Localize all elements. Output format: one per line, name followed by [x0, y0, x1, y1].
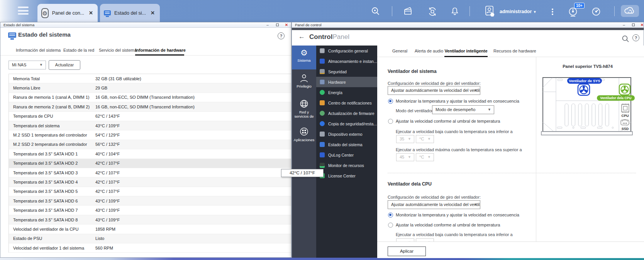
- table-row[interactable]: Temperatura del 3.5" SATA HDD 843°C / 10…: [9, 215, 291, 225]
- window-titlebar[interactable]: Estado del sistema: [0, 22, 291, 28]
- section-title-cpu-fan: Ventilador dela CPU: [388, 181, 432, 187]
- header-divider: [292, 28, 644, 30]
- background-tasks-icon[interactable]: [403, 6, 414, 16]
- tab-network-status[interactable]: Estado de la red: [63, 46, 94, 56]
- sidebar-category-aplicaciones[interactable]: Aplicaciones: [292, 124, 316, 148]
- table-row[interactable]: M.2 SSD 2 temperatura del controlador56°…: [9, 140, 291, 149]
- tab-general[interactable]: General: [392, 46, 407, 57]
- table-row[interactable]: Temperatura del 3.5" SATA HDD 643°C / 10…: [9, 196, 291, 206]
- menu-item-energia[interactable]: Energía: [316, 87, 377, 98]
- search-icon[interactable]: [370, 6, 381, 16]
- taskbar-tab-control-panel[interactable]: ⚙ Panel de con... ✕: [37, 4, 98, 22]
- sys-fan-performance-dropdown[interactable]: Modo de desempeño▼: [432, 105, 494, 114]
- menu-item-firmware[interactable]: Actualización de firmware: [316, 108, 377, 118]
- table-row[interactable]: Velocidad del ventilador de la CPU1858 R…: [9, 225, 291, 234]
- tab-hardware-information[interactable]: Información de hardware: [135, 46, 184, 56]
- external-device-sync-icon[interactable]: [427, 6, 438, 17]
- table-row[interactable]: Velocidad del ventilador 1 del sistema56…: [9, 243, 291, 253]
- sys-radio-threshold[interactable]: [388, 119, 393, 124]
- resource-gauge-icon[interactable]: [590, 6, 602, 17]
- cpu-fan-mode-dropdown[interactable]: Ajustar automáticamente la velocidad del…: [388, 200, 480, 209]
- sidebar-category-sistema[interactable]: ⚙ Sistema: [292, 46, 316, 69]
- page-title: Estado del sistema: [18, 31, 71, 38]
- menu-item-hardware[interactable]: Hardware: [316, 77, 377, 87]
- menu-item-dispositivo-externo[interactable]: Dispositivo externo: [316, 129, 377, 139]
- radio-label[interactable]: Ajustar la velocidad conforme al umbral …: [396, 119, 500, 123]
- sys-high-unit-dropdown[interactable]: °C▼: [416, 153, 434, 161]
- menu-item-configuracion-general[interactable]: Configuración general: [316, 46, 377, 56]
- radio-label[interactable]: Monitorizar la temperatura y ajustar la …: [396, 99, 519, 103]
- table-row[interactable]: M.2 SSD 1 temperatura del controlador54°…: [9, 130, 291, 140]
- close-icon[interactable]: ✕: [88, 9, 94, 17]
- close-button[interactable]: ✕: [639, 22, 644, 28]
- table-row[interactable]: Temperatura de CPU62°C / 143°F: [9, 112, 291, 121]
- sidebar-category-privilegio[interactable]: Privilegio: [292, 71, 316, 94]
- apps-grid-icon: [292, 127, 316, 137]
- chevron-down-icon: ▼: [408, 154, 411, 161]
- maximize-button[interactable]: [630, 22, 636, 28]
- myqnapcloud-icon[interactable]: [621, 5, 639, 17]
- user-icon: [292, 73, 316, 83]
- table-row[interactable]: Ranura de memoria 2 (canal B, DIMM 2)16 …: [9, 102, 291, 111]
- search-icon[interactable]: [621, 35, 630, 43]
- tab-ventilador-inteligente[interactable]: Ventilador inteligente: [444, 46, 488, 57]
- close-button[interactable]: ✕: [283, 22, 290, 28]
- low-speed-label: Ejecutar a velocidad baja cuando la temp…: [396, 129, 513, 134]
- sys-low-temp-dropdown[interactable]: 35▼: [396, 135, 414, 143]
- table-row[interactable]: Temperatura del 3.5" SATA HDD 542°C / 10…: [9, 187, 291, 196]
- minimize-button[interactable]: –: [264, 22, 271, 28]
- table-row[interactable]: Temperatura del 3.5" SATA HDD 342°C / 10…: [9, 168, 291, 177]
- sys-fan-mode-dropdown[interactable]: Ajustar automáticamente la velocidad del…: [388, 86, 480, 95]
- table-row[interactable]: Temperatura del sistema43°C / 109°F: [9, 121, 291, 130]
- help-icon[interactable]: ?: [278, 32, 285, 39]
- table-row[interactable]: Temperatura del 3.5" SATA HDD 442°C / 10…: [9, 177, 291, 187]
- notifications-bell-icon[interactable]: [449, 6, 460, 17]
- menu-item-seguridad[interactable]: Seguridad: [316, 66, 377, 77]
- close-icon[interactable]: ✕: [150, 9, 156, 17]
- table-row[interactable]: Memoria Total32 GB (31 GB utilizable): [9, 74, 291, 83]
- radio-label[interactable]: Monitorizar la temperatura y ajustar la …: [396, 213, 519, 217]
- menu-item-license-center[interactable]: License Center: [316, 171, 377, 181]
- more-options-icon[interactable]: [550, 6, 555, 17]
- maximize-button[interactable]: [274, 22, 280, 28]
- table-row[interactable]: Ranura de memoria 1 (canal A, DIMM 1)16 …: [9, 93, 291, 102]
- main-menu-icon[interactable]: [18, 7, 29, 15]
- menu-item-notificaciones[interactable]: Centro de notificaciones: [316, 98, 377, 108]
- sys-radio-monitor-temperature[interactable]: [388, 99, 393, 104]
- table-row[interactable]: Temperatura del 3.5" SATA HDD 140°C / 10…: [9, 149, 291, 159]
- radio-label[interactable]: Ajustar la velocidad conforme al umbral …: [396, 223, 500, 227]
- nas-selector-dropdown[interactable]: Mi NAS ▼: [8, 61, 46, 69]
- tab-system-service[interactable]: Servicio del sistema: [99, 46, 137, 56]
- system-submenu: Configuración general Almacenamiento e i…: [316, 46, 377, 258]
- table-row[interactable]: Temperatura del 3.5" SATA HDD 743°C / 10…: [9, 206, 291, 215]
- section-divider: [388, 173, 636, 173]
- user-avatar-icon[interactable]: ★: [483, 5, 496, 17]
- taskbar-tab-system-status[interactable]: Estado del si... ✕: [100, 4, 160, 22]
- table-row[interactable]: Memoria Libre29 GB: [9, 83, 291, 93]
- menu-item-almacenamiento[interactable]: Almacenamiento e instan...: [316, 56, 377, 66]
- window-titlebar[interactable]: Panel de control: [292, 22, 644, 28]
- minimize-button[interactable]: –: [621, 22, 627, 28]
- help-icon[interactable]: ?: [632, 34, 639, 41]
- menu-item-copia-seguridad[interactable]: Copia de seguridad/resta...: [316, 118, 377, 129]
- system-status-window: Estado del sistema – ✕ Estado del sistem…: [0, 22, 291, 258]
- tab-recursos-de-hardware[interactable]: Recursos de hardware: [493, 46, 536, 57]
- cpu-radio-monitor-temperature[interactable]: [388, 213, 393, 218]
- menu-item-monitor-de-recursos[interactable]: Monitor de recursos: [316, 160, 377, 171]
- menu-item-estado-del-sistema[interactable]: Estado del sistema: [316, 139, 377, 150]
- sys-low-unit-dropdown[interactable]: °C▼: [416, 135, 434, 143]
- sidebar-category-red-servicios[interactable]: Red y servicios de: [292, 96, 316, 123]
- table-row-hovered[interactable]: Temperatura del 3.5" SATA HDD 242°C / 10…: [9, 159, 291, 168]
- sys-high-temp-dropdown[interactable]: 45▼: [396, 153, 414, 161]
- storage-icon: [320, 59, 325, 64]
- tab-system-information[interactable]: Información del sistema: [16, 46, 61, 56]
- back-arrow-icon[interactable]: ←: [298, 33, 305, 41]
- apply-button[interactable]: Aplicar: [388, 246, 426, 256]
- table-row[interactable]: Estado de PSUListo: [9, 234, 291, 243]
- menu-item-qulog-center[interactable]: QuLog Center: [316, 150, 377, 160]
- chevron-down-icon: ▼: [427, 154, 431, 161]
- cpu-radio-threshold[interactable]: [388, 223, 393, 228]
- tab-alerta-de-audio[interactable]: Alerta de audio: [415, 46, 443, 57]
- user-menu[interactable]: administrador ▼: [500, 9, 537, 14]
- refresh-button[interactable]: Actualizar: [49, 60, 80, 70]
